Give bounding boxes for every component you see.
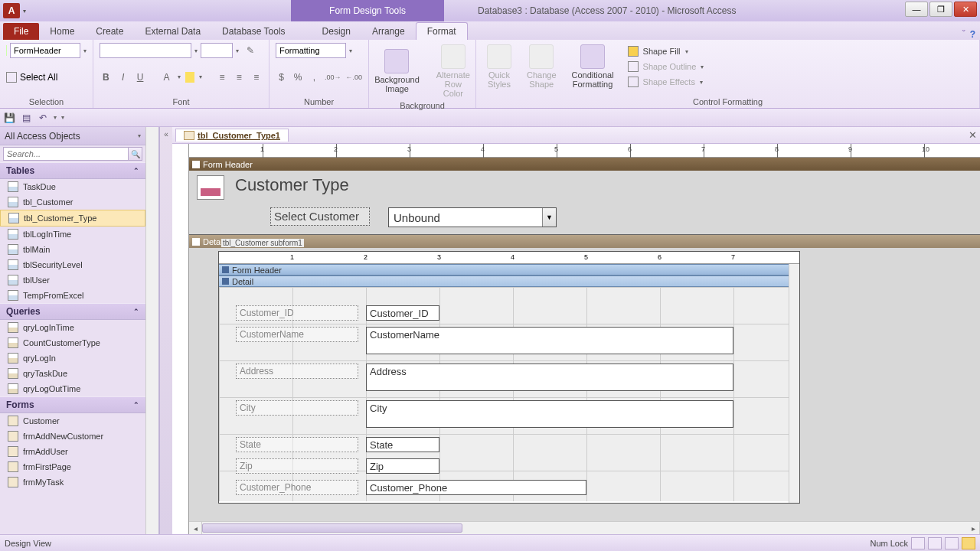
section-selector-icon[interactable] [222,278,229,285]
document-close-icon[interactable]: ✕ [965,129,980,141]
collapse-icon[interactable]: ⌃ [133,401,139,409]
view-form-button[interactable] [911,537,925,549]
view-layout-button[interactable] [945,537,959,549]
combobox-dropdown-icon[interactable]: ▼ [542,208,556,227]
italic-button[interactable]: I [116,70,129,85]
horizontal-scrollbar[interactable]: ◂ ▸ [189,521,980,534]
nav-search-input[interactable] [3,147,129,161]
underline-button[interactable]: U [134,70,146,85]
tab-external-data[interactable]: External Data [134,23,211,40]
select-all-button[interactable]: Select All [20,72,57,83]
subform-section-detail[interactable]: Detail [219,276,799,287]
nav-group-queries[interactable]: Queries ⌃ [0,303,145,320]
nav-item[interactable]: tblUser [0,272,145,288]
section-selector-icon[interactable] [192,161,200,168]
nav-item[interactable]: qryLogInTime [0,320,145,335]
scroll-right-icon[interactable]: ▸ [967,522,980,534]
font-size-dropdown-icon[interactable]: ▾ [236,47,239,54]
field-address[interactable]: Address [366,364,733,391]
nav-item[interactable]: qryLogIn [0,350,145,366]
selection-dropdown-icon[interactable]: ▾ [83,47,87,54]
tab-create[interactable]: Create [85,23,134,40]
field-zip[interactable]: Zip [366,458,439,474]
tab-file[interactable]: File [3,23,39,40]
section-selector-icon[interactable] [192,238,200,246]
field-label-city[interactable]: City [236,400,358,416]
scroll-left-icon[interactable]: ◂ [189,522,202,534]
app-menu-dropdown[interactable]: ▾ [20,3,29,18]
field-label-address[interactable]: Address [236,364,358,379]
nav-collapse-bar[interactable]: « [159,127,172,534]
font-size-box[interactable] [201,43,233,58]
nav-item[interactable]: tbl_Customer_Type [0,210,145,227]
section-form-header[interactable]: Form Header [189,158,980,171]
section-detail[interactable]: Detail [189,235,980,248]
background-image-button[interactable]: Background Image [370,47,424,95]
align-center-button[interactable]: ≡ [233,70,245,85]
nav-item[interactable]: tblLogInTime [0,227,145,242]
view-datasheet-button[interactable] [928,537,942,549]
nav-item[interactable]: qryTaskDue [0,366,145,381]
field-label-customer-id[interactable]: Customer_ID [236,305,358,321]
form-design-surface[interactable]: Form Header Customer Type Select Custome… [189,158,980,521]
maximize-button[interactable]: ❐ [929,2,952,17]
field-customer-name[interactable]: CustomerName [366,327,733,354]
form-title-label[interactable]: Customer Type [235,175,349,195]
font-color-button[interactable]: A [160,70,172,85]
nav-item[interactable]: TaskDue [0,179,145,194]
field-label-state[interactable]: State [236,437,358,452]
field-label-phone[interactable]: Customer_Phone [236,480,358,495]
field-city[interactable]: City [366,400,733,428]
customer-combobox[interactable]: Unbound ▼ [388,207,557,227]
increase-decimals-button[interactable]: .00→ [325,70,341,85]
fill-color-button[interactable] [185,72,194,83]
font-family-dropdown-icon[interactable]: ▾ [194,47,198,54]
nav-item[interactable]: frmAddUser [0,444,145,459]
nav-group-forms[interactable]: Forms ⌃ [0,396,145,413]
qat-customize-icon[interactable]: ▾ [61,114,64,121]
nav-item[interactable]: Customer [0,413,145,429]
currency-button[interactable]: $ [276,70,287,85]
field-label-customer-name[interactable]: CustomerName [236,327,358,342]
nav-item[interactable]: frmMyTask [0,474,145,490]
tab-database-tools[interactable]: Database Tools [211,23,296,40]
nav-item[interactable]: qryLogOutTime [0,381,145,396]
section-selector-icon[interactable] [222,266,229,273]
align-left-button[interactable]: ≡ [216,70,228,85]
tab-format[interactable]: Format [416,22,468,40]
number-format-dropdown-icon[interactable]: ▾ [349,47,352,54]
tab-home[interactable]: Home [39,23,85,40]
nav-item[interactable]: CountCustomerType [0,335,145,350]
number-format-box[interactable] [276,43,346,58]
minimize-button[interactable]: — [905,2,928,17]
nav-item[interactable]: frmFirstPage [0,459,145,474]
shape-fill-button[interactable]: Shape Fill▾ [625,44,707,58]
collapse-icon[interactable]: ⌃ [133,308,139,315]
nav-item[interactable]: tblSecurityLevel [0,257,145,272]
font-family-box[interactable] [100,43,191,58]
format-painter-icon[interactable]: ✎ [242,43,259,58]
nav-item[interactable]: TempFromExcel [0,288,145,303]
decrease-decimals-button[interactable]: ←.00 [346,70,363,85]
access-app-icon[interactable]: A [3,3,20,18]
help-icon[interactable]: ? [970,29,975,40]
nav-scrollbar[interactable] [145,127,158,534]
field-phone[interactable]: Customer_Phone [366,480,586,495]
subform-section-header[interactable]: Form Header [219,264,799,276]
tab-arrange[interactable]: Arrange [361,23,416,40]
percent-button[interactable]: % [292,70,303,85]
form-logo-icon[interactable] [197,175,224,200]
align-right-button[interactable]: ≡ [250,70,263,85]
conditional-formatting-button[interactable]: Conditional Formatting [567,43,619,90]
search-icon[interactable]: 🔍 [129,147,142,161]
nav-header-dropdown-icon[interactable]: ▾ [138,132,141,139]
document-tab[interactable]: tbl_Customer_Type1 [175,129,289,142]
select-customer-label[interactable]: Select Customer [270,207,370,226]
nav-item[interactable]: frmAddNewCustomer [0,429,145,444]
nav-item[interactable]: tbl_Customer [0,194,145,210]
selection-box[interactable] [10,43,80,58]
field-label-zip[interactable]: Zip [236,458,358,474]
subform-control[interactable]: 1234567 Form Header Detail Customer_ID [218,251,800,504]
undo-dropdown-icon[interactable]: ▾ [54,114,57,121]
qat-icon-2[interactable]: ▤ [20,112,32,124]
